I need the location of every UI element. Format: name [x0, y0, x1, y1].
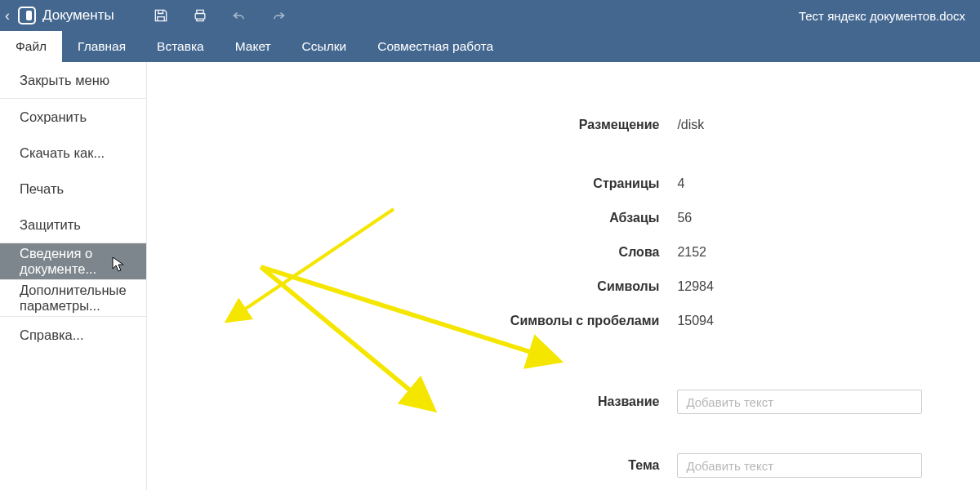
info-value: 2152 — [677, 245, 706, 260]
sidebar-item-label: Сведения о документе... — [20, 246, 114, 277]
info-row-paragraphs: Абзацы 56 — [147, 201, 980, 235]
info-value: 12984 — [677, 279, 714, 294]
redo-icon[interactable] — [270, 7, 287, 24]
sidebar-protect[interactable]: Защитить — [0, 207, 146, 243]
sidebar-download-as[interactable]: Скачать как... — [0, 135, 146, 171]
info-row-chars-spaces: Символы с пробелами 15094 — [147, 304, 980, 338]
print-icon[interactable] — [191, 7, 209, 24]
info-row-pages: Страницы 4 — [147, 167, 980, 201]
info-label: Тема — [147, 458, 678, 473]
cursor-icon — [112, 256, 125, 276]
info-value: /disk — [677, 118, 704, 132]
info-row-comment: Комментарий — [147, 485, 980, 490]
info-label: Абзацы — [147, 211, 678, 225]
info-label: Название — [147, 394, 678, 409]
info-row-location: Размещение /disk — [147, 108, 980, 142]
sidebar-print[interactable]: Печать — [0, 171, 146, 207]
info-row-chars: Символы 12984 — [147, 270, 980, 304]
sidebar-save[interactable]: Сохранить — [0, 99, 146, 135]
document-info-panel: Размещение /disk Страницы 4 Абзацы 56 Сл… — [147, 62, 980, 490]
info-label: Символы с пробелами — [147, 314, 678, 328]
info-value: 56 — [677, 211, 692, 225]
subject-input[interactable] — [677, 453, 922, 478]
titlebar: ‹ Документы Тест яндекс документов.docx — [0, 0, 980, 31]
titlebar-tools — [152, 7, 287, 24]
menu-collab[interactable]: Совместная работа — [362, 31, 509, 62]
menu-file[interactable]: Файл — [0, 31, 62, 62]
sidebar-document-info[interactable]: Сведения о документе... — [0, 243, 146, 279]
menu-layout[interactable]: Макет — [220, 31, 287, 62]
info-label: Символы — [147, 279, 678, 294]
info-value: 4 — [677, 176, 684, 191]
info-value: 15094 — [677, 314, 714, 328]
sidebar-close-menu[interactable]: Закрыть меню — [0, 62, 146, 98]
undo-icon[interactable] — [230, 7, 248, 24]
menu-home[interactable]: Главная — [62, 31, 141, 62]
app-title: Документы — [42, 7, 114, 24]
info-editable-section: Название Тема Комментарий — [147, 382, 980, 490]
menubar: Файл Главная Вставка Макет Ссылки Совмес… — [0, 31, 980, 62]
title-input[interactable] — [677, 390, 922, 414]
info-row-words: Слова 2152 — [147, 235, 980, 270]
body: Закрыть меню Сохранить Скачать как... Пе… — [0, 62, 980, 490]
info-row-title: Название — [147, 382, 980, 421]
document-name: Тест яндекс документов.docx — [799, 9, 965, 23]
save-icon[interactable] — [152, 7, 170, 24]
info-label: Размещение — [147, 118, 678, 132]
info-label: Слова — [147, 245, 678, 260]
file-menu-sidebar: Закрыть меню Сохранить Скачать как... Пе… — [0, 62, 147, 490]
menu-insert[interactable]: Вставка — [141, 31, 220, 62]
info-row-subject: Тема — [147, 446, 980, 485]
sidebar-advanced[interactable]: Дополнительные параметры... — [0, 280, 146, 316]
sidebar-help[interactable]: Справка... — [0, 317, 146, 353]
back-icon[interactable]: ‹ — [5, 8, 11, 23]
info-label: Страницы — [147, 176, 678, 191]
titlebar-left: ‹ Документы — [5, 7, 114, 24]
app-logo-icon — [18, 7, 36, 24]
menu-references[interactable]: Ссылки — [287, 31, 363, 62]
svg-rect-0 — [195, 14, 205, 20]
